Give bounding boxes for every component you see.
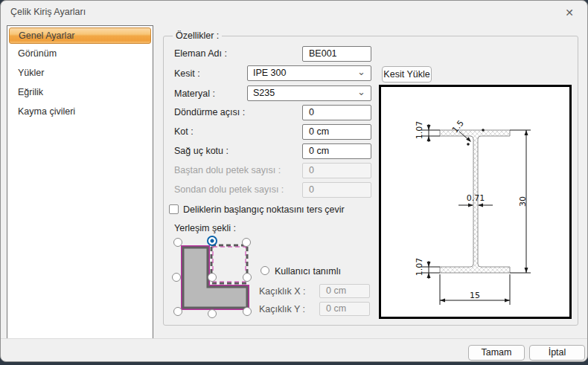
- sag-uc-kotu-label: Sağ uç kotu :: [174, 146, 229, 156]
- placement-radio-top-left[interactable]: [173, 238, 182, 247]
- kacilik-x-field: 0 cm: [319, 284, 370, 298]
- close-icon[interactable]: ✕: [562, 5, 577, 20]
- materyal-dropdown[interactable]: S235 ⌄: [247, 85, 371, 101]
- placement-dashed-box: [211, 245, 247, 283]
- placement-dashed-box-magenta: [213, 247, 246, 282]
- placement-radio-top-middle[interactable]: [207, 236, 217, 246]
- dim-bottom-flange: 1.07: [415, 258, 424, 277]
- ters-cevir-label: Deliklerin başlangıç noktasını ters çevi…: [183, 204, 345, 215]
- dondurme-acisi-label: Döndürme açısı :: [174, 107, 245, 117]
- cancel-button[interactable]: İptal: [529, 345, 585, 361]
- settings-category-list: Genel Ayarlar Görünüm Yükler Eğrilik Kay…: [7, 25, 153, 339]
- sidebar-item-gorunum[interactable]: Görünüm: [7, 44, 153, 63]
- placement-radio-bottom-right[interactable]: [243, 307, 252, 316]
- bastan-dolu-field: 0: [302, 163, 371, 178]
- kesit-yukle-button[interactable]: Kesit Yükle: [382, 66, 432, 83]
- ters-cevir-checkbox[interactable]: [169, 204, 179, 214]
- dondurme-acisi-field[interactable]: 0: [302, 105, 371, 120]
- eleman-adi-label: Eleman Adı :: [174, 48, 227, 59]
- placement-radio-bottom-middle[interactable]: [208, 309, 217, 318]
- chevron-down-icon: ⌄: [357, 66, 365, 77]
- kacilik-y-label: Kaçıklık Y :: [259, 304, 305, 314]
- sidebar-item-genel-ayarlar[interactable]: Genel Ayarlar: [9, 28, 151, 44]
- titlebar: Çelik Kiriş Ayarları ✕: [1, 1, 587, 23]
- kot-field[interactable]: 0 cm: [302, 124, 371, 140]
- eleman-adi-field[interactable]: BE001: [302, 46, 371, 62]
- dim-web: 0.71: [467, 193, 485, 203]
- footer-separator: [1, 338, 587, 339]
- kullanici-tanimli-label: Kullanıcı tanımlı: [275, 266, 341, 277]
- section-preview-panel: 1.07 1.07 30 15 0.71 1.5: [379, 85, 572, 319]
- sag-uc-kotu-field[interactable]: 0 cm: [302, 143, 371, 159]
- yerlesim-sekli-label: Yerleşim şekli :: [174, 223, 236, 233]
- sidebar-item-egrilik[interactable]: Eğrilik: [7, 83, 153, 102]
- placement-radio-center[interactable]: [208, 273, 217, 282]
- kesit-label: Kesit :: [174, 68, 200, 79]
- dim-height: 30: [518, 196, 528, 207]
- placement-radio-top-right[interactable]: [242, 238, 251, 247]
- sidebar-item-yukler[interactable]: Yükler: [7, 63, 153, 83]
- materyal-selected-value: S235: [253, 88, 275, 98]
- kacilik-x-label: Kaçıklık X :: [259, 286, 306, 297]
- sondan-dolu-label: Sondan dolu petek sayısı :: [174, 184, 284, 195]
- kacilik-y-field: 0 cm: [319, 302, 370, 316]
- ipe-section-drawing: 1.07 1.07 30 15 0.71 1.5: [381, 87, 569, 317]
- kesit-selected-value: IPE 300: [253, 68, 286, 78]
- sidebar-item-kayma-civileri[interactable]: Kayma çivileri: [7, 102, 153, 121]
- placement-radio-middle-right[interactable]: [243, 273, 252, 282]
- placement-radio-bottom-left[interactable]: [173, 307, 182, 316]
- sondan-dolu-field: 0: [302, 182, 371, 198]
- kot-label: Kot :: [174, 126, 194, 137]
- materyal-label: Materyal :: [174, 88, 215, 99]
- kullanici-tanimli-radio[interactable]: [261, 266, 269, 275]
- kesit-dropdown[interactable]: IPE 300 ⌄: [247, 65, 371, 81]
- placement-radio-middle-left[interactable]: [172, 273, 181, 282]
- dim-top-flange: 1.07: [415, 121, 424, 140]
- bastan-dolu-label: Baştan dolu petek sayısı :: [174, 165, 281, 175]
- groupbox-title: Özellikler :: [173, 30, 222, 41]
- window-title: Çelik Kiriş Ayarları: [10, 7, 86, 17]
- steel-beam-settings-dialog: Çelik Kiriş Ayarları ✕ Genel Ayarlar Gör…: [0, 0, 588, 362]
- dim-width: 15: [470, 291, 480, 300]
- ok-button[interactable]: Tamam: [468, 345, 525, 361]
- chevron-down-icon: ⌄: [357, 86, 365, 97]
